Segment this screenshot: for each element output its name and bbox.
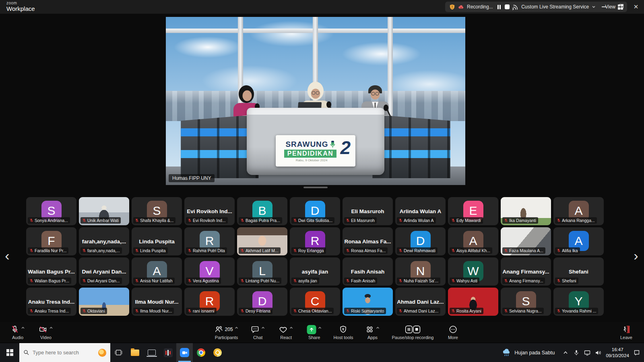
mic-muted-icon — [346, 279, 350, 283]
gallery-next-button[interactable]: › — [629, 246, 643, 265]
participant-tile[interactable]: Akhmad Latif M... — [237, 227, 287, 255]
participant-tile[interactable]: Ika Damayanti — [501, 197, 551, 225]
search-input[interactable] — [33, 350, 93, 356]
taskbar-search[interactable] — [19, 343, 110, 362]
participant-tile[interactable]: Faza Maulana A... — [501, 227, 551, 255]
hidden-icons-chevron[interactable] — [562, 350, 569, 356]
participant-tile[interactable]: Dwi Aryani Dan... Dwi Aryani Dan... — [79, 257, 129, 286]
participant-tile[interactable]: Arlinda Wulan A Arlinda Wulan A — [395, 197, 446, 225]
pause-stop-recording-button[interactable]: Pause/stop recording — [392, 325, 434, 340]
task-view-button[interactable] — [110, 343, 127, 362]
participant-tile[interactable]: W Wahyu Asti — [448, 257, 498, 286]
participant-tile[interactable]: Ronaa Almas Fa... Ronaa Almas Fa... — [343, 227, 393, 255]
taskbar-clock[interactable]: 16:47 09/10/2024 — [606, 347, 629, 358]
tray-mic-icon[interactable] — [573, 350, 580, 356]
participant-tile[interactable]: A Anisa Nur Latifah — [132, 257, 182, 286]
video-button[interactable]: Video — [37, 325, 55, 340]
start-button[interactable] — [0, 343, 19, 362]
participant-tile[interactable]: C Chesa Oktavian... — [290, 288, 340, 316]
mic-muted-icon — [240, 218, 244, 222]
participant-tile[interactable]: Riski Sumaryanto — [343, 288, 393, 316]
voicemeeter-button[interactable] — [160, 343, 176, 362]
apps-options-chevron[interactable] — [376, 326, 380, 330]
chevron-down-icon[interactable] — [592, 5, 596, 9]
react-button[interactable]: React — [277, 325, 295, 340]
weather-widget[interactable]: Hujan pada Sabtu — [499, 348, 558, 358]
participant-tile[interactable]: R Rahma Putri Dita — [184, 227, 235, 255]
chrome-button[interactable] — [193, 343, 209, 362]
participants-options-chevron[interactable] — [235, 326, 239, 330]
participant-name-text: Akhmad Latif M... — [246, 248, 279, 253]
participant-name-label: Eli Masruroh — [344, 217, 377, 224]
audio-options-chevron[interactable] — [21, 326, 25, 330]
participant-tile[interactable]: asyifa jian asyifa jian — [290, 257, 340, 286]
participant-tile[interactable]: Shefani Shefani — [553, 257, 604, 286]
participant-tile[interactable]: L Lintang Putri Nu... — [237, 257, 287, 286]
participant-tile[interactable]: Y Yovanda Rahmi ... — [553, 288, 604, 316]
participant-tile[interactable]: Rosita Aryani — [448, 288, 498, 316]
audio-button[interactable]: Audio — [9, 325, 27, 340]
participant-tile[interactable]: D Dewi Rahmawati — [395, 227, 446, 255]
chat-options-chevron[interactable] — [261, 326, 265, 330]
participant-tile[interactable]: E Edy Mawardi — [448, 197, 498, 225]
participant-tile[interactable]: A Aisya Alifatul Kh... — [448, 227, 498, 255]
participant-tile[interactable]: R rani isnaeni — [184, 288, 235, 316]
action-center-icon[interactable] — [634, 350, 640, 356]
gallery-prev-button[interactable]: ‹ — [0, 246, 14, 265]
participant-name-label: Selviana Nugra... — [502, 308, 544, 314]
minimize-button[interactable] — [596, 0, 612, 14]
device-app-button[interactable] — [143, 343, 160, 362]
participant-tile[interactable]: N Nuha Faizah Sa'... — [395, 257, 446, 286]
participant-tile[interactable]: V Vera Agustina — [184, 257, 235, 286]
chrome-alt-button[interactable] — [209, 343, 226, 362]
zoom-app-button[interactable] — [176, 343, 193, 362]
chat-button[interactable]: Chat — [249, 325, 267, 340]
video-options-chevron[interactable] — [49, 326, 53, 330]
participant-tile[interactable]: D Dwi Gita Sulistia... — [290, 197, 340, 225]
participant-tile[interactable]: Linda Puspita Linda Puspita — [132, 227, 182, 255]
participant-tile[interactable]: Unik Ambar Wati — [79, 197, 129, 225]
participant-tile[interactable]: Ahmad Dani Laz... Ahmad Dani Laz... — [395, 288, 446, 316]
leave-button[interactable]: Leave — [617, 325, 635, 340]
participant-tile[interactable]: Evi Rovikoh Ind... Evi Rovikoh Ind... — [184, 197, 235, 225]
participant-tile[interactable]: B Bagas Putra Pra... — [237, 197, 287, 225]
main-speaker-video[interactable]: SRAWUNG PENDIDIKAN 2 Rabu, 9 Oktober 202… — [166, 17, 465, 185]
apps-icon — [365, 325, 374, 334]
participant-tile[interactable]: Walian Bagus Pr... Walian Bagus Pr... — [26, 257, 76, 286]
participant-tile[interactable]: S Selviana Nugra... — [501, 288, 551, 316]
security-shield-icon[interactable] — [449, 4, 455, 10]
participant-tile[interactable]: farah,any,nada,... farah,any,nada,... — [79, 227, 129, 255]
streaming-service-text[interactable]: Custom Live Streaming Service — [521, 4, 589, 10]
file-explorer-button[interactable] — [127, 343, 143, 362]
participant-tile[interactable]: Eli Masruroh Eli Masruroh — [343, 197, 393, 225]
participant-tile[interactable]: R Roy Erlangga — [290, 227, 340, 255]
pause-stop-recording-icon — [404, 325, 421, 334]
participant-tile[interactable]: S Shafa Khayila &... — [132, 197, 182, 225]
restore-button[interactable] — [612, 0, 628, 14]
participant-tile[interactable]: A Alifia Ika — [553, 227, 604, 255]
more-button[interactable]: More — [444, 325, 462, 340]
participant-tile[interactable]: Fasih Anisah Fasih Anisah — [343, 257, 393, 286]
mic-muted-icon — [451, 249, 455, 253]
share-options-chevron[interactable] — [318, 326, 322, 330]
tray-display-icon[interactable] — [584, 350, 590, 356]
apps-button[interactable]: Apps — [364, 325, 382, 340]
participant-tile[interactable]: Anaku Tresa Ind... Anaku Tresa Ind... — [26, 288, 76, 316]
participant-tile[interactable]: Ilma Moudi Nur... Ilma Moudi Nur... — [132, 288, 182, 316]
pause-recording-icon[interactable] — [497, 5, 501, 9]
tray-volume-icon[interactable] — [595, 350, 601, 356]
host-tools-button[interactable]: Host tools — [334, 325, 353, 340]
share-button[interactable]: Share — [305, 325, 323, 340]
participants-button[interactable]: 205 Participants — [215, 325, 239, 340]
participant-tile[interactable]: Anang Firmansy... Anang Firmansy... — [501, 257, 551, 286]
stop-recording-icon[interactable] — [505, 4, 510, 9]
participant-tile[interactable]: F Faradila Nur Pr... — [26, 227, 76, 255]
participant-tile[interactable]: A Arkana Rangga... — [553, 197, 604, 225]
video-resize-handle[interactable] — [303, 187, 328, 188]
react-options-chevron[interactable] — [289, 326, 293, 330]
close-button[interactable]: ✕ — [628, 0, 644, 14]
participant-tile[interactable]: Oktaviani — [79, 288, 129, 316]
participant-tile[interactable]: D Desy Fitriana — [237, 288, 287, 316]
search-highlight-icon[interactable] — [98, 349, 106, 357]
participant-tile[interactable]: S Sonya Andriana... — [26, 197, 76, 225]
